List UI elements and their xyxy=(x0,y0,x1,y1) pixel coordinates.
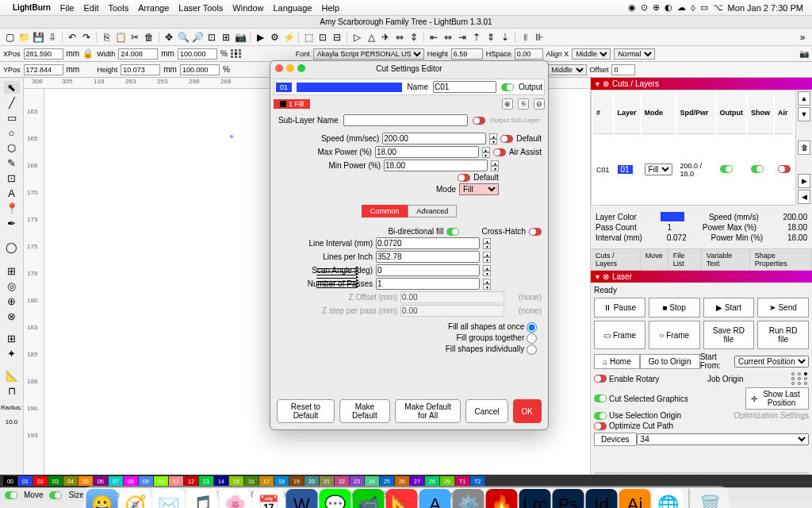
speed-input[interactable] xyxy=(382,133,486,144)
status-icon[interactable]: ◐ xyxy=(665,2,672,13)
anchor-grid[interactable] xyxy=(231,49,242,58)
aligny-select[interactable]: Middle xyxy=(548,64,587,75)
mode-select[interactable]: Fill xyxy=(645,164,672,175)
fill-groups-radio[interactable] xyxy=(527,333,537,344)
tab-cuts[interactable]: Cuts / Layers xyxy=(591,249,641,270)
open-icon[interactable]: 📁 xyxy=(17,31,30,44)
style-select[interactable]: Normal xyxy=(614,48,655,60)
color-swatch-06[interactable]: 06 xyxy=(94,476,108,486)
color-swatch-15[interactable]: 15 xyxy=(229,476,243,486)
maxpower-input[interactable] xyxy=(375,146,479,158)
showlast-button[interactable]: ✛ Show Last Position xyxy=(745,387,809,410)
nodeedit-tool[interactable]: ⊡ xyxy=(4,171,20,184)
dist-v-icon[interactable]: ⊪ xyxy=(533,31,546,44)
safari-icon[interactable]: 🧭 xyxy=(120,489,151,508)
menu-arrange[interactable]: Arrange xyxy=(138,3,169,13)
align-bot-icon[interactable]: ⇣ xyxy=(499,31,511,44)
menu-language[interactable]: Language xyxy=(273,3,312,13)
camera-icon[interactable]: 📷 xyxy=(234,31,247,44)
status-icon[interactable]: ☁ xyxy=(677,2,686,13)
del-sublayer-icon[interactable]: ⊖ xyxy=(534,98,545,110)
color-swatch-07[interactable]: 07 xyxy=(109,476,123,486)
weld-tool[interactable]: ⊕ xyxy=(4,294,20,307)
fill-badge[interactable]: 1 Fill xyxy=(274,99,310,109)
radius-value[interactable]: 10.0 xyxy=(6,418,18,425)
lpi-input[interactable] xyxy=(376,251,480,263)
close-dot[interactable] xyxy=(275,64,283,72)
dup-sublayer-icon[interactable]: ⎘ xyxy=(518,98,529,110)
bool-tool[interactable]: ⊗ xyxy=(4,310,20,322)
powermax-value[interactable]: 18.00 xyxy=(787,223,807,232)
color-swatch-02[interactable]: 02 xyxy=(33,476,48,486)
hspace-input[interactable] xyxy=(515,48,543,60)
color-swatch-08[interactable]: 08 xyxy=(124,476,138,486)
output-toggle[interactable] xyxy=(720,165,733,173)
passcount-value[interactable]: 1 xyxy=(667,223,672,232)
dist-h-icon[interactable]: ⫴ xyxy=(519,31,531,44)
cut-icon[interactable]: ✂ xyxy=(128,31,141,44)
modal-layer-row[interactable]: 01 Name Output xyxy=(274,79,545,95)
control-center-icon[interactable]: ⌥ xyxy=(713,2,723,13)
tab-advanced[interactable]: Advanced xyxy=(408,205,457,217)
save-icon[interactable]: 💾 xyxy=(32,31,44,44)
speed-value[interactable]: 200.00 xyxy=(783,213,807,221)
settings-icon[interactable]: ⚙ xyxy=(268,31,281,44)
selectall-icon[interactable]: ⬚ xyxy=(302,31,315,44)
home-button[interactable]: ⌂ Home xyxy=(594,354,640,369)
air-toggle[interactable] xyxy=(778,165,791,173)
facetime-icon[interactable]: 📹 xyxy=(353,489,385,508)
font-select[interactable]: Akayla Script PERSONAL USE xyxy=(313,48,424,60)
offset-input[interactable] xyxy=(611,64,635,75)
flip-v-icon[interactable]: ⇕ xyxy=(408,31,420,44)
tab-filelist[interactable]: File List xyxy=(668,249,702,270)
add-sublayer-icon[interactable]: ⊕ xyxy=(502,98,513,110)
lock-icon[interactable]: 🔒 xyxy=(82,48,94,59)
sketchup-icon[interactable]: 📐 xyxy=(386,489,418,508)
battery-icon[interactable]: ▭ xyxy=(700,2,708,13)
select-tool[interactable]: ⬉ xyxy=(4,81,20,94)
appstore-icon[interactable]: A xyxy=(419,489,451,508)
color-swatch-17[interactable]: 17 xyxy=(259,476,274,486)
color-swatch-T1[interactable]: T1 xyxy=(455,476,469,486)
more-icon[interactable]: » xyxy=(796,31,809,44)
scanangle-input[interactable] xyxy=(376,264,480,276)
color-swatch-20[interactable]: 20 xyxy=(304,476,319,486)
redo-icon[interactable]: ↷ xyxy=(80,31,93,44)
air-toggle[interactable] xyxy=(493,148,506,156)
output-sublayer-toggle[interactable] xyxy=(473,117,485,125)
pct-unit[interactable]: % xyxy=(220,49,228,58)
radial-tool[interactable]: ✦ xyxy=(4,347,20,360)
finder-icon[interactable]: 😀 xyxy=(86,489,118,508)
ungroup-icon[interactable]: ⊟ xyxy=(331,31,343,44)
menu-edit[interactable]: Edit xyxy=(84,3,99,13)
color-swatch-25[interactable]: 25 xyxy=(380,476,394,486)
goto-origin-button[interactable]: Go to Origin xyxy=(640,354,700,369)
send-icon[interactable]: ✈ xyxy=(379,31,392,44)
max-dot[interactable] xyxy=(297,64,305,72)
color-swatch-01[interactable]: 01 xyxy=(18,476,33,486)
music-icon[interactable]: 🎵 xyxy=(186,489,218,508)
grid-tool[interactable]: ⊞ xyxy=(4,332,20,344)
minpower-input[interactable] xyxy=(384,160,488,171)
measure-tool[interactable]: 📐 xyxy=(4,369,20,382)
zoomfit-icon[interactable]: ⊡ xyxy=(205,31,218,44)
stop-button[interactable]: ■ Stop xyxy=(649,298,700,318)
trash-icon[interactable]: 🗑️ xyxy=(695,489,726,508)
interval-value[interactable]: 0.072 xyxy=(667,233,687,242)
color-swatch-13[interactable]: 13 xyxy=(199,476,213,486)
tab-move[interactable]: Move xyxy=(641,249,668,270)
status-icon[interactable]: ◉ xyxy=(628,2,636,13)
color-swatch-18[interactable]: 18 xyxy=(274,476,289,486)
canvas-object[interactable] xyxy=(230,135,233,138)
width-unit[interactable]: mm xyxy=(161,49,174,58)
color-swatch-00[interactable]: 00 xyxy=(3,476,17,486)
makedefaultall-button[interactable]: Make Default for All xyxy=(395,399,462,423)
height-input[interactable] xyxy=(121,64,160,75)
width-input[interactable] xyxy=(118,48,158,60)
status-icon[interactable]: ⊙ xyxy=(641,2,648,13)
cutsel-toggle[interactable] xyxy=(594,394,607,402)
rotary-toggle[interactable] xyxy=(594,375,607,383)
array-tool[interactable]: ⊞ xyxy=(4,264,20,277)
layer-up-button[interactable]: ▲ xyxy=(798,91,810,106)
disclosure-icon[interactable]: ▾ xyxy=(596,272,599,281)
